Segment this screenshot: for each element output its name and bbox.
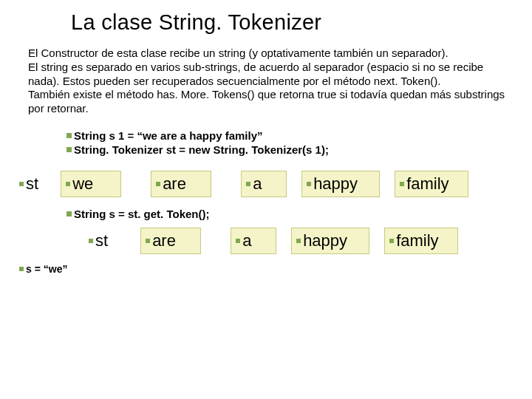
bullet-icon (66, 147, 72, 152)
bullet-icon (66, 182, 70, 186)
token-text: happy (313, 174, 358, 194)
code-text: String s = st. get. Token(); (74, 208, 210, 220)
token-box: happy (291, 228, 369, 254)
assign-line: s = “we” (19, 263, 532, 275)
code-line-1: String s 1 = “we are a happy family” (66, 129, 532, 142)
st-text: st (95, 231, 108, 250)
assign-text: s = “we” (26, 263, 67, 275)
bullet-icon (66, 211, 72, 216)
token-text: are (152, 231, 176, 250)
token-box: family (384, 228, 458, 254)
token-text: family (406, 174, 449, 194)
bullet-icon (89, 239, 93, 243)
token-box: a (231, 228, 276, 254)
code-text: String s 1 = “we are a happy family” (74, 129, 263, 142)
code-text: String. Tokenizer st = new String. Token… (74, 143, 329, 156)
token-box: a (241, 171, 287, 197)
token-text: family (396, 231, 438, 250)
bullet-icon (246, 182, 250, 186)
st-label-2: st (89, 231, 108, 250)
token-box: are (151, 171, 211, 197)
token-text: we (72, 174, 93, 194)
code-gettoken: String s = st. get. Token(); (0, 197, 532, 220)
bullet-icon (66, 133, 72, 138)
token-text: a (253, 174, 262, 194)
bullet-icon (19, 182, 24, 186)
token-box: we (61, 171, 121, 197)
token-text: a (242, 231, 251, 250)
bullet-icon (146, 239, 150, 243)
bullet-icon (307, 182, 311, 186)
st-label: st (19, 174, 38, 194)
bullet-icon (389, 239, 394, 243)
token-box: are (140, 228, 201, 254)
bullet-icon (400, 182, 404, 186)
slide-title: La clase String. Tokenizer (0, 0, 532, 47)
token-box: happy (301, 171, 380, 197)
token-text: are (163, 174, 186, 194)
code-line-2: String. Tokenizer st = new String. Token… (66, 143, 532, 156)
bullet-icon (19, 267, 24, 271)
st-text: st (26, 174, 38, 194)
bullet-icon (156, 182, 160, 186)
token-text: happy (303, 231, 347, 250)
token-row-2: st are a happy family (0, 220, 532, 254)
token-box: family (395, 171, 468, 197)
body-paragraph: El Constructor de esta clase recibe un s… (0, 47, 532, 116)
bullet-icon (296, 239, 301, 243)
bullet-icon (236, 239, 240, 243)
token-row-1: st we are a happy family (0, 157, 532, 197)
code-block-1: String s 1 = “we are a happy family” Str… (0, 116, 532, 156)
